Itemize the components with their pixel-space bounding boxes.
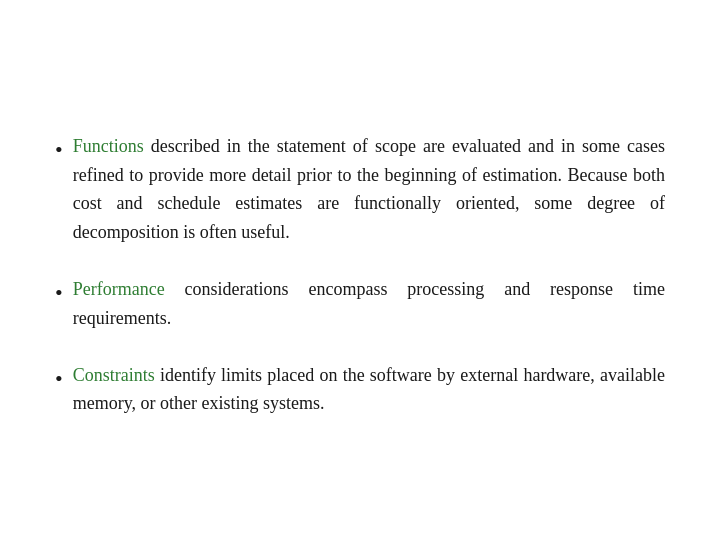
list-item: • Constraints identify limits placed on … <box>55 361 665 419</box>
bullet-dot: • <box>55 362 63 396</box>
slide-container: • Functions described in the statement o… <box>0 0 720 540</box>
list-item: • Performance considerations encompass p… <box>55 275 665 333</box>
bullet-text-functions: Functions described in the statement of … <box>73 132 665 247</box>
keyword-functions: Functions <box>73 136 144 156</box>
text-constraints-body: identify limits placed on the software b… <box>73 365 665 414</box>
list-item: • Functions described in the statement o… <box>55 132 665 247</box>
keyword-constraints: Constraints <box>73 365 155 385</box>
bullet-list: • Functions described in the statement o… <box>55 132 665 418</box>
bullet-dot: • <box>55 133 63 167</box>
text-functions-body: described in the statement of scope are … <box>73 136 665 242</box>
bullet-text-constraints: Constraints identify limits placed on th… <box>73 361 665 419</box>
bullet-text-performance: Performance considerations encompass pro… <box>73 275 665 333</box>
keyword-performance: Performance <box>73 279 165 299</box>
bullet-dot: • <box>55 276 63 310</box>
